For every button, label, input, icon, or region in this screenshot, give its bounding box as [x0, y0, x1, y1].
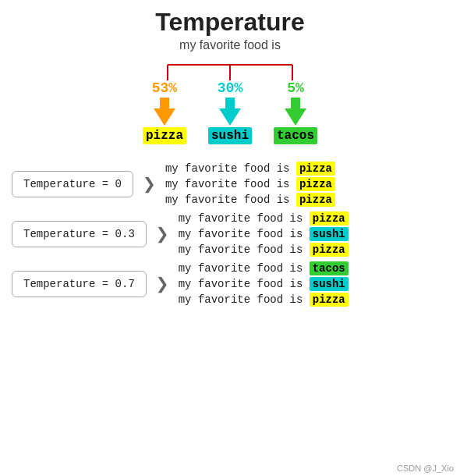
sushi-column: 30% sushi [208, 80, 252, 144]
prefix-03-0: my favorite food is [179, 212, 303, 225]
chevron-icon-07: ❯ [156, 271, 169, 297]
output-07-0: my favorite food is tacos [179, 262, 349, 275]
temp-label-03: Temperature = 0.3 [12, 221, 147, 247]
output-0-2: my favorite food is pizza [165, 194, 335, 206]
svg-marker-6 [285, 98, 306, 126]
word-0-2: pizza [296, 193, 335, 207]
chevron-icon-0: ❯ [143, 171, 156, 197]
word-07-2: pizza [310, 293, 349, 307]
temp-section-03: Temperature = 0.3 ❯ my favorite food is … [12, 212, 448, 256]
pizza-percent: 53% [152, 80, 177, 96]
prefix-03-1: my favorite food is [179, 228, 303, 240]
output-07-2: my favorite food is pizza [179, 293, 349, 306]
word-0-1: pizza [296, 177, 335, 191]
word-07-1: sushi [310, 277, 349, 291]
outputs-0: my favorite food is pizza my favorite fo… [165, 162, 335, 206]
output-0-0: my favorite food is pizza [165, 162, 335, 175]
output-03-2: my favorite food is pizza [179, 243, 349, 256]
word-03-0: pizza [310, 211, 349, 226]
sushi-percent: 30% [218, 80, 242, 96]
word-03-2: pizza [310, 243, 349, 257]
tacos-column: 5% tacos [274, 80, 317, 144]
cyan-arrow-icon [216, 98, 244, 126]
output-0-1: my favorite food is pizza [165, 178, 335, 190]
output-07-1: my favorite food is sushi [179, 278, 349, 290]
svg-marker-5 [219, 98, 241, 126]
tacos-label: tacos [274, 127, 317, 144]
temp-label-07: Temperature = 0.7 [12, 271, 147, 297]
prefix-0-2: my favorite food is [165, 194, 290, 206]
prefix-07-0: my favorite food is [179, 262, 303, 275]
green-arrow-icon [281, 98, 310, 126]
temp-section-0: Temperature = 0 ❯ my favorite food is pi… [12, 162, 448, 206]
temp-section-07: Temperature = 0.7 ❯ my favorite food is … [12, 262, 448, 306]
watermark: CSDN @J_Xio [397, 464, 454, 473]
main-container: Temperature my favorite food is 53% [0, 0, 460, 476]
temp-label-0: Temperature = 0 [12, 171, 133, 197]
page-title: Temperature [155, 8, 304, 37]
prefix-07-1: my favorite food is [179, 278, 303, 290]
pizza-column: 53% pizza [143, 80, 186, 144]
word-03-1: sushi [310, 227, 349, 241]
orange-arrow-icon [150, 98, 179, 126]
outputs-07: my favorite food is tacos my favorite fo… [179, 262, 349, 306]
tacos-percent: 5% [287, 80, 304, 96]
output-03-1: my favorite food is sushi [179, 228, 349, 240]
prefix-03-2: my favorite food is [179, 243, 303, 256]
page-subtitle: my favorite food is [179, 38, 281, 52]
word-0-0: pizza [296, 162, 335, 176]
chevron-icon-03: ❯ [156, 221, 169, 247]
prefix-0-0: my favorite food is [165, 162, 290, 175]
pizza-label: pizza [143, 127, 186, 144]
prefix-07-2: my favorite food is [179, 293, 303, 306]
word-07-0: tacos [310, 261, 349, 275]
sections-container: Temperature = 0 ❯ my favorite food is pi… [4, 162, 456, 306]
prefix-0-1: my favorite food is [165, 178, 290, 190]
svg-marker-4 [154, 98, 175, 126]
sushi-label: sushi [208, 127, 252, 144]
outputs-03: my favorite food is pizza my favorite fo… [179, 212, 349, 256]
output-03-0: my favorite food is pizza [179, 212, 349, 225]
